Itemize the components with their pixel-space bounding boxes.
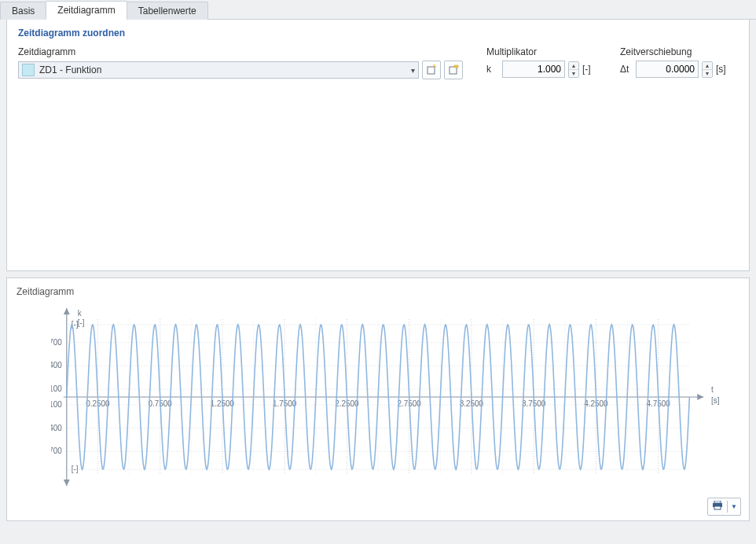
svg-text:t: t: [711, 385, 714, 394]
shift-unit: [s]: [716, 64, 730, 75]
svg-marker-44: [697, 394, 703, 400]
svg-rect-4: [454, 65, 458, 68]
tab-zeitdiagramm[interactable]: Zeitdiagramm: [46, 1, 127, 20]
chart-panel: Zeitdiagramm 0.1000.4000.700-0.100-0.400…: [6, 278, 750, 521]
print-dropdown-icon[interactable]: ▼: [727, 501, 740, 513]
stepper-up-icon[interactable]: ▲: [569, 62, 578, 70]
svg-rect-3: [450, 67, 457, 74]
svg-text:k: k: [78, 309, 82, 318]
new-diagram-button[interactable]: [422, 61, 441, 79]
field-label-multiplier: Multiplikator: [486, 46, 596, 57]
svg-text:-0.100: -0.100: [51, 400, 62, 409]
svg-rect-70: [714, 501, 721, 503]
svg-rect-72: [714, 506, 721, 509]
svg-text:[-]: [-]: [78, 318, 85, 327]
svg-text:0.100: 0.100: [51, 384, 62, 393]
chevron-down-icon: ▾: [411, 66, 415, 75]
multiplier-unit: [-]: [582, 64, 596, 75]
svg-text:-0.400: -0.400: [51, 424, 62, 432]
svg-rect-0: [428, 67, 435, 74]
diagram-color-swatch: [22, 64, 35, 76]
edit-diagram-icon: [448, 64, 459, 75]
svg-marker-46: [64, 308, 70, 314]
stepper-down-icon[interactable]: ▼: [569, 70, 578, 77]
shift-input[interactable]: [636, 61, 699, 78]
field-label-shift: Zeitverschiebung: [620, 46, 730, 57]
diagram-select-value: ZD1 - Funktion: [39, 64, 411, 75]
field-label-diagram: Zeitdiagramm: [18, 46, 463, 57]
svg-point-2: [434, 64, 435, 66]
svg-text:[-]: [-]: [72, 465, 79, 473]
shift-stepper[interactable]: ▲ ▼: [702, 61, 713, 78]
stepper-up-icon[interactable]: ▲: [703, 62, 712, 70]
tab-bar: Basis Zeitdiagramm Tabellenwerte: [0, 0, 756, 20]
tab-label: Tabellenwerte: [138, 6, 196, 17]
edit-diagram-button[interactable]: [444, 61, 463, 79]
multiplier-symbol: k: [486, 64, 499, 75]
section-title: Zeitdiagramm zuordnen: [18, 28, 738, 39]
svg-text:0.400: 0.400: [51, 361, 62, 369]
shift-symbol: Δt: [620, 64, 633, 75]
chart-area: 0.1000.4000.700-0.100-0.400-0.700k[-][-]…: [51, 303, 721, 491]
svg-marker-47: [64, 480, 70, 486]
chart-title: Zeitdiagramm: [17, 286, 739, 297]
tab-basis[interactable]: Basis: [0, 2, 46, 20]
stepper-down-icon[interactable]: ▼: [703, 70, 712, 77]
svg-text:-0.700: -0.700: [51, 447, 62, 455]
multiplier-input[interactable]: [502, 61, 565, 78]
tab-label: Basis: [12, 6, 35, 17]
print-icon: [708, 498, 727, 515]
tab-label: Zeitdiagramm: [57, 5, 115, 16]
assign-panel: Zeitdiagramm zuordnen Zeitdiagramm ZD1 -…: [6, 20, 750, 271]
multiplier-stepper[interactable]: ▲ ▼: [568, 61, 579, 78]
svg-text:[s]: [s]: [711, 396, 720, 405]
tab-tabellenwerte[interactable]: Tabellenwerte: [127, 2, 208, 20]
diagram-select[interactable]: ZD1 - Funktion ▾: [18, 61, 419, 79]
print-button[interactable]: ▼: [707, 498, 741, 516]
chart-svg: 0.1000.4000.700-0.100-0.400-0.700k[-][-]…: [51, 303, 721, 491]
svg-text:0.700: 0.700: [51, 338, 62, 347]
new-diagram-icon: [426, 64, 437, 75]
